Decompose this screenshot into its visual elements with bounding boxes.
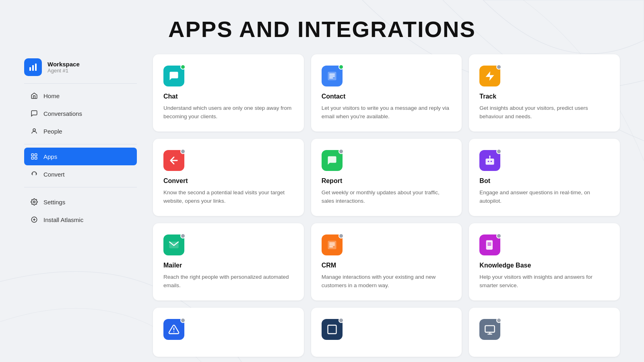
app-desc-bot: Engage and answer questions in real-time… — [479, 189, 609, 206]
sidebar-item-home-label: Home — [43, 93, 60, 99]
page-title: APPS AND INTEGRATIONS — [0, 0, 644, 54]
app-card-track[interactable]: Track Get insights about your visitors, … — [469, 54, 620, 132]
app-card-chat[interactable]: Chat Understand which users are only one… — [153, 54, 304, 132]
convert-icon — [30, 170, 39, 179]
svg-point-3 — [33, 129, 35, 131]
status-dot-knowledge-base — [496, 233, 502, 239]
sidebar-item-install[interactable]: Install Atlasmic — [24, 211, 137, 228]
sidebar-item-apps[interactable]: Apps — [24, 148, 137, 165]
svg-point-31 — [173, 331, 174, 332]
app-card-app10[interactable] — [153, 308, 304, 357]
app-card-mailer[interactable]: Mailer Reach the right people with perso… — [153, 223, 304, 300]
status-dot-mailer — [180, 233, 186, 239]
status-dot-app12 — [496, 318, 502, 323]
workspace-agent: Agent #1 — [47, 68, 80, 74]
svg-rect-5 — [35, 154, 37, 156]
nav-list-bottom: Settings Install Atlasmic — [24, 193, 137, 228]
app-card-app11[interactable] — [311, 308, 462, 357]
sidebar-item-convert[interactable]: Convert — [24, 165, 137, 183]
app-card-report[interactable]: Report Get weekly or monthly updates abo… — [311, 139, 462, 216]
sidebar-item-settings-label: Settings — [43, 199, 65, 206]
app-card-app12[interactable] — [469, 308, 620, 357]
people-icon — [30, 127, 39, 136]
nav-list: Home Conversations People — [24, 87, 137, 140]
svg-rect-32 — [328, 325, 336, 333]
workspace-icon — [24, 58, 42, 76]
sidebar-item-people-label: People — [43, 128, 62, 135]
app-icon-wrap — [479, 319, 500, 340]
app-icon-wrap — [322, 66, 343, 86]
app-card-contact[interactable]: Contact Let your visitors to write you a… — [311, 54, 462, 132]
svg-marker-16 — [486, 71, 494, 80]
svg-point-8 — [33, 201, 35, 203]
home-icon — [30, 91, 39, 100]
app-card-crm[interactable]: CRM Manage interactions with your existi… — [311, 223, 462, 300]
app-icon-wrap — [479, 234, 500, 255]
workspace-name: Workspace — [47, 61, 80, 68]
app-desc-knowledge-base: Help your visitors with insights and ans… — [479, 273, 609, 290]
app-desc-track: Get insights about your visitors, predic… — [479, 104, 609, 121]
app-icon-wrap — [322, 234, 343, 255]
svg-rect-7 — [35, 157, 37, 159]
main-layout: Workspace Agent #1 Home — [0, 54, 644, 357]
app-desc-crm: Manage interactions with your existing a… — [322, 273, 452, 290]
svg-point-19 — [491, 160, 492, 162]
svg-rect-6 — [31, 157, 33, 159]
status-dot-app10 — [180, 318, 186, 323]
sidebar: Workspace Agent #1 Home — [24, 54, 137, 357]
sidebar-item-conversations[interactable]: Conversations — [24, 105, 137, 122]
app-name-contact: Contact — [322, 93, 452, 100]
svg-point-18 — [488, 160, 489, 162]
app-icon-wrap — [479, 66, 500, 86]
app-name-chat: Chat — [163, 93, 293, 100]
sidebar-item-conversations-label: Conversations — [43, 110, 82, 117]
status-dot-contact — [339, 64, 344, 70]
sidebar-item-home[interactable]: Home — [24, 87, 137, 105]
app-card-bot[interactable]: Bot Engage and answer questions in real-… — [469, 139, 620, 216]
apps-grid: Chat Understand which users are only one… — [153, 54, 620, 357]
app-icon-wrap — [163, 319, 184, 340]
app-icon-wrap — [322, 150, 343, 171]
sidebar-item-people[interactable]: People — [24, 122, 137, 140]
app-name-report: Report — [322, 177, 452, 185]
status-dot-chat — [180, 64, 186, 70]
app-icon-wrap — [163, 66, 184, 86]
workspace-text: Workspace Agent #1 — [47, 61, 80, 74]
app-icon-wrap — [163, 150, 184, 171]
conversations-icon — [30, 109, 39, 118]
status-dot-report — [339, 149, 344, 154]
app-desc-convert: Know the second a potential lead visits … — [163, 189, 293, 206]
nav-divider-1 — [24, 144, 137, 144]
app-card-convert[interactable]: Convert Know the second a potential lead… — [153, 139, 304, 216]
workspace-block[interactable]: Workspace Agent #1 — [24, 54, 137, 84]
svg-point-21 — [489, 156, 491, 157]
app-icon-wrap — [479, 150, 500, 171]
app-card-knowledge-base[interactable]: Knowledge Base Help your visitors with i… — [469, 223, 620, 300]
status-dot-crm — [339, 233, 344, 239]
status-dot-bot — [496, 149, 502, 154]
sidebar-item-install-label: Install Atlasmic — [43, 216, 83, 223]
app-desc-chat: Understand which users are only one step… — [163, 104, 293, 121]
apps-icon — [30, 152, 39, 161]
app-name-convert: Convert — [163, 177, 293, 185]
sidebar-item-settings[interactable]: Settings — [24, 193, 137, 211]
app-desc-report: Get weekly or monthly updates about your… — [322, 189, 452, 206]
app-icon-wrap — [322, 319, 343, 340]
install-icon — [30, 215, 39, 224]
svg-rect-17 — [486, 158, 494, 165]
app-name-track: Track — [479, 93, 609, 100]
status-dot-app11 — [339, 318, 344, 323]
app-name-knowledge-base: Knowledge Base — [479, 262, 609, 269]
app-desc-contact: Let your visitors to write you a message… — [322, 104, 452, 121]
settings-icon — [30, 197, 39, 206]
app-icon-wrap — [163, 234, 184, 255]
app-name-crm: CRM — [322, 262, 452, 269]
svg-rect-33 — [485, 325, 495, 332]
svg-rect-4 — [31, 154, 33, 156]
app-name-mailer: Mailer — [163, 262, 293, 269]
svg-rect-2 — [35, 64, 37, 71]
nav-list-apps: Apps Convert — [24, 148, 137, 183]
sidebar-item-convert-label: Convert — [43, 171, 65, 178]
sidebar-item-apps-label: Apps — [43, 153, 57, 160]
nav-divider-2 — [24, 187, 137, 187]
